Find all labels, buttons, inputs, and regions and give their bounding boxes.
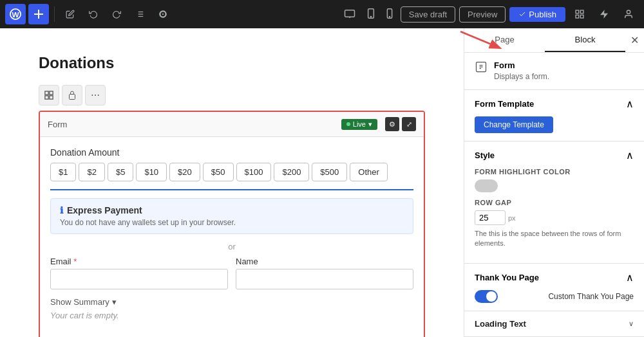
thank-you-section: Thank You Page ∧ Custom Thank You Page — [464, 264, 644, 311]
amount-btn-500[interactable]: $500 — [312, 163, 347, 181]
svg-text:W: W — [12, 10, 19, 19]
undo-btn[interactable] — [83, 4, 104, 24]
right-panel: Page Block ✕ Form Displays a form. Form … — [464, 28, 644, 337]
chevron-down-icon: ▾ — [112, 297, 117, 307]
style-section-header[interactable]: Style ∧ — [475, 149, 634, 161]
amount-btn-5[interactable]: $5 — [108, 163, 133, 181]
form-settings-icons: ⚙ ⤢ — [385, 117, 416, 131]
svg-point-17 — [370, 16, 371, 17]
form-template-header: Form Template ∧ — [475, 98, 634, 110]
block-toolbar: ⋯ — [39, 85, 425, 105]
amount-btn-200[interactable]: $200 — [274, 163, 309, 181]
amount-btn-1[interactable]: $1 — [50, 163, 76, 181]
wp-logo[interactable]: W — [5, 4, 26, 24]
highlight-color-toggle[interactable] — [475, 179, 498, 192]
form-expand-btn[interactable]: ⤢ — [402, 117, 416, 131]
email-label: Email * — [50, 257, 228, 266]
edit-toolbar-btn[interactable] — [60, 4, 80, 24]
express-payment: ℹ Express Payment You do not have any wa… — [50, 198, 413, 234]
form-block: Form Live ▾ ⚙ ⤢ Donation Am — [39, 111, 425, 337]
more-options-btn[interactable]: ⋯ — [85, 85, 106, 105]
express-payment-title: ℹ Express Payment — [60, 205, 404, 215]
form-block-header: Form Live ▾ ⚙ ⤢ — [40, 112, 424, 137]
mobile-view-btn[interactable] — [383, 6, 397, 23]
highlight-color-field: FORM HIGHLIGHT COLOR — [475, 168, 634, 192]
settings-icon[interactable] — [569, 4, 590, 24]
custom-thank-you-label: Custom Thank You Page — [548, 292, 634, 301]
row-gap-desc: The this is the space between the rows o… — [475, 229, 634, 249]
tab-block[interactable]: Block — [545, 28, 625, 52]
donation-section: Donation Amount $1 $2 $5 $10 $20 $50 $10… — [50, 147, 413, 181]
thank-you-title: Thank You Page — [475, 273, 539, 282]
info-icon: ℹ — [60, 205, 63, 215]
amount-btn-20[interactable]: $20 — [169, 163, 200, 181]
svg-point-12 — [162, 14, 164, 15]
form-settings-btn[interactable]: ⚙ — [385, 117, 399, 131]
amount-btn-10[interactable]: $10 — [136, 163, 167, 181]
change-template-btn[interactable]: Change Template — [475, 116, 553, 133]
amount-buttons: $1 $2 $5 $10 $20 $50 $100 $200 $500 Othe… — [50, 163, 413, 181]
form-fields-row: Email * Name — [50, 257, 413, 289]
email-required: * — [73, 257, 77, 266]
grid-view-btn[interactable] — [39, 85, 59, 105]
amount-btn-100[interactable]: $100 — [236, 163, 272, 181]
custom-thank-you-toggle[interactable] — [475, 290, 498, 303]
tablet-view-btn[interactable] — [363, 6, 379, 23]
loading-text-section: Loading Text ∨ — [464, 311, 644, 337]
svg-rect-3 — [34, 14, 43, 15]
page-title: Donations — [39, 54, 425, 72]
row-gap-input[interactable] — [475, 210, 506, 225]
amount-btn-2[interactable]: $2 — [79, 163, 104, 181]
user-icon[interactable] — [618, 4, 639, 24]
add-block-toolbar-btn[interactable] — [28, 4, 49, 24]
svg-rect-22 — [580, 15, 583, 18]
lightning-icon[interactable] — [594, 4, 614, 24]
amount-btn-50[interactable]: $50 — [203, 163, 234, 181]
svg-rect-31 — [50, 96, 53, 99]
name-label: Name — [236, 257, 413, 266]
svg-rect-32 — [70, 95, 75, 100]
name-field-group: Name — [236, 257, 413, 289]
amount-btn-other[interactable]: Other — [350, 163, 388, 181]
svg-rect-21 — [580, 10, 583, 14]
live-badge[interactable]: Live ▾ — [341, 119, 377, 130]
main-layout: Donations ⋯ Form Live ▾ — [0, 28, 644, 337]
row-gap-label: ROW GAP — [475, 199, 634, 206]
svg-marker-24 — [600, 10, 608, 18]
email-input[interactable] — [50, 269, 228, 289]
save-draft-btn[interactable]: Save draft — [401, 6, 455, 23]
desktop-view-btn[interactable] — [340, 6, 359, 23]
toolbar-separator — [54, 6, 55, 22]
form-info: Form Displays a form. — [464, 53, 644, 90]
preview-btn[interactable]: Preview — [459, 6, 506, 23]
or-divider: or — [50, 242, 413, 251]
svg-rect-23 — [576, 15, 579, 18]
panel-close-btn[interactable]: ✕ — [625, 29, 644, 51]
highlight-color-label: FORM HIGHLIGHT COLOR — [475, 168, 634, 176]
svg-rect-28 — [45, 91, 48, 95]
form-icon — [475, 60, 488, 77]
tools-btn[interactable] — [153, 4, 173, 24]
form-template-title: Form Template — [475, 99, 534, 109]
redo-btn[interactable] — [106, 4, 127, 24]
loading-text-header[interactable]: Loading Text ∨ — [464, 311, 644, 336]
lock-block-btn[interactable] — [62, 85, 82, 105]
publish-btn[interactable]: Publish — [509, 7, 565, 22]
live-dot — [346, 122, 350, 126]
chevron-down-loading: ∨ — [629, 320, 634, 328]
email-field-group: Email * — [50, 257, 228, 289]
top-toolbar: W Save draft Preview Publish — [0, 0, 644, 28]
amount-divider — [50, 189, 413, 190]
donation-amount-label: Donation Amount — [50, 147, 413, 158]
list-view-btn[interactable] — [129, 4, 150, 24]
svg-point-19 — [389, 16, 390, 17]
chevron-up-icon-ty: ∧ — [626, 271, 634, 284]
name-input[interactable] — [236, 269, 413, 289]
chevron-up-icon: ∧ — [626, 98, 634, 110]
row-gap-unit: px — [508, 214, 516, 222]
style-section: Style ∧ FORM HIGHLIGHT COLOR ROW GAP px … — [464, 141, 644, 264]
editor-area: Donations ⋯ Form Live ▾ — [0, 28, 464, 337]
show-summary[interactable]: Show Summary ▾ — [50, 297, 413, 307]
tab-page[interactable]: Page — [464, 28, 545, 52]
thank-you-header[interactable]: Thank You Page ∧ — [475, 271, 634, 284]
